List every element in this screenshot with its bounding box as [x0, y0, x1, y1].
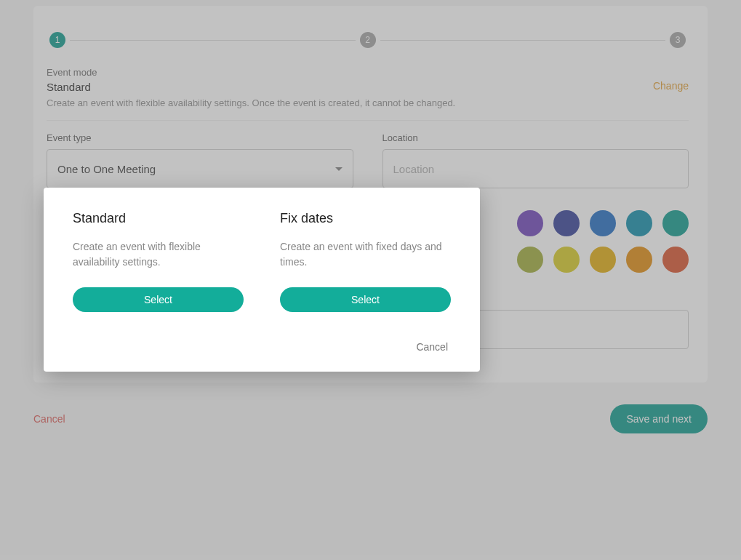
modal-option-desc: Create an event with flexible availabili… [73, 239, 244, 271]
modal-overlay[interactable]: Standard Create an event with flexible a… [0, 0, 741, 560]
modal-cancel-button[interactable]: Cancel [413, 337, 451, 357]
select-standard-button[interactable]: Select [73, 287, 244, 312]
modal-option-title: Standard [73, 211, 244, 226]
modal-option-desc: Create an event with fixed days and time… [280, 239, 451, 271]
modal-option-title: Fix dates [280, 211, 451, 226]
event-mode-modal: Standard Create an event with flexible a… [44, 188, 480, 372]
select-fixdates-button[interactable]: Select [280, 287, 451, 312]
